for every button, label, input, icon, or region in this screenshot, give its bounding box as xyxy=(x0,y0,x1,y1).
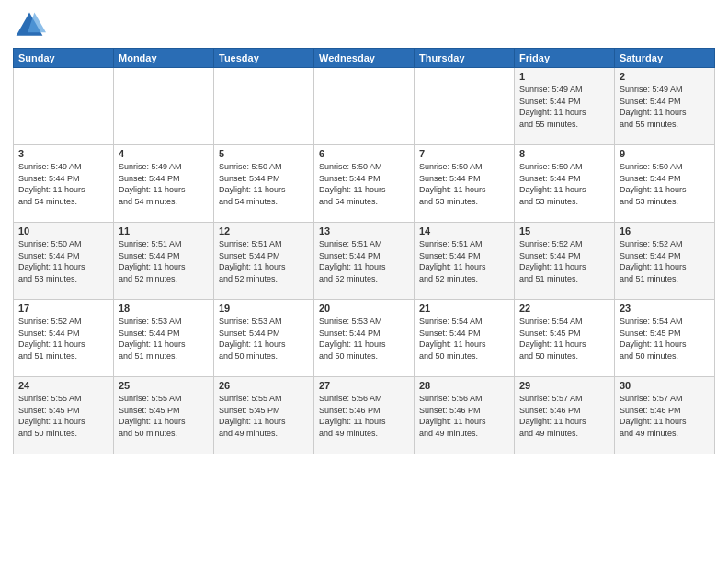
day-number: 5 xyxy=(219,148,309,159)
day-number: 23 xyxy=(620,303,710,314)
day-info: Sunrise: 5:52 AMSunset: 5:44 PMDaylight:… xyxy=(620,238,710,284)
calendar-cell: 11Sunrise: 5:51 AMSunset: 5:44 PMDayligh… xyxy=(114,223,214,300)
day-number: 7 xyxy=(419,148,509,159)
calendar-cell: 23Sunrise: 5:54 AMSunset: 5:45 PMDayligh… xyxy=(615,300,715,377)
calendar-cell: 26Sunrise: 5:55 AMSunset: 5:45 PMDayligh… xyxy=(214,377,314,454)
calendar-cell: 21Sunrise: 5:54 AMSunset: 5:44 PMDayligh… xyxy=(415,300,515,377)
weekday-friday: Friday xyxy=(515,49,615,68)
day-number: 18 xyxy=(119,303,209,314)
day-number: 24 xyxy=(18,380,108,391)
weekday-wednesday: Wednesday xyxy=(314,49,415,68)
day-info: Sunrise: 5:54 AMSunset: 5:45 PMDaylight:… xyxy=(620,316,710,362)
day-info: Sunrise: 5:53 AMSunset: 5:44 PMDaylight:… xyxy=(319,316,409,362)
day-info: Sunrise: 5:49 AMSunset: 5:44 PMDaylight:… xyxy=(18,161,108,207)
day-info: Sunrise: 5:53 AMSunset: 5:44 PMDaylight:… xyxy=(119,316,209,362)
weekday-monday: Monday xyxy=(114,49,214,68)
day-info: Sunrise: 5:50 AMSunset: 5:44 PMDaylight:… xyxy=(620,161,710,207)
calendar-cell: 25Sunrise: 5:55 AMSunset: 5:45 PMDayligh… xyxy=(114,377,214,454)
day-info: Sunrise: 5:52 AMSunset: 5:44 PMDaylight:… xyxy=(519,238,609,284)
calendar-cell: 8Sunrise: 5:50 AMSunset: 5:44 PMDaylight… xyxy=(515,145,615,223)
day-info: Sunrise: 5:49 AMSunset: 5:44 PMDaylight:… xyxy=(119,161,209,207)
day-number: 14 xyxy=(419,225,509,236)
calendar-cell: 2Sunrise: 5:49 AMSunset: 5:44 PMDaylight… xyxy=(615,68,715,145)
week-row-1: 1Sunrise: 5:49 AMSunset: 5:44 PMDaylight… xyxy=(14,68,715,145)
day-number: 16 xyxy=(620,225,710,236)
day-number: 6 xyxy=(319,148,409,159)
day-number: 26 xyxy=(219,380,309,391)
day-number: 22 xyxy=(519,303,609,314)
weekday-thursday: Thursday xyxy=(415,49,515,68)
day-info: Sunrise: 5:50 AMSunset: 5:44 PMDaylight:… xyxy=(219,161,309,207)
calendar-cell: 19Sunrise: 5:53 AMSunset: 5:44 PMDayligh… xyxy=(214,300,314,377)
day-number: 15 xyxy=(519,225,609,236)
day-info: Sunrise: 5:54 AMSunset: 5:45 PMDaylight:… xyxy=(519,316,609,362)
day-info: Sunrise: 5:50 AMSunset: 5:44 PMDaylight:… xyxy=(18,238,108,284)
calendar-cell xyxy=(14,68,114,145)
calendar-cell: 28Sunrise: 5:56 AMSunset: 5:46 PMDayligh… xyxy=(415,377,515,454)
day-number: 30 xyxy=(620,380,710,391)
day-info: Sunrise: 5:51 AMSunset: 5:44 PMDaylight:… xyxy=(119,238,209,284)
day-info: Sunrise: 5:55 AMSunset: 5:45 PMDaylight:… xyxy=(119,393,209,439)
day-number: 28 xyxy=(419,380,509,391)
day-info: Sunrise: 5:57 AMSunset: 5:46 PMDaylight:… xyxy=(620,393,710,439)
calendar-cell xyxy=(214,68,314,145)
week-row-4: 17Sunrise: 5:52 AMSunset: 5:44 PMDayligh… xyxy=(14,300,715,377)
day-info: Sunrise: 5:50 AMSunset: 5:44 PMDaylight:… xyxy=(419,161,509,207)
calendar-cell xyxy=(314,68,415,145)
calendar-cell: 5Sunrise: 5:50 AMSunset: 5:44 PMDaylight… xyxy=(214,145,314,223)
calendar-cell: 24Sunrise: 5:55 AMSunset: 5:45 PMDayligh… xyxy=(14,377,114,454)
calendar-cell: 14Sunrise: 5:51 AMSunset: 5:44 PMDayligh… xyxy=(415,223,515,300)
day-info: Sunrise: 5:56 AMSunset: 5:46 PMDaylight:… xyxy=(419,393,509,439)
day-number: 21 xyxy=(419,303,509,314)
calendar-table: SundayMondayTuesdayWednesdayThursdayFrid… xyxy=(13,48,715,454)
calendar-cell: 10Sunrise: 5:50 AMSunset: 5:44 PMDayligh… xyxy=(14,223,114,300)
logo-icon xyxy=(13,9,46,42)
day-info: Sunrise: 5:55 AMSunset: 5:45 PMDaylight:… xyxy=(219,393,309,439)
week-row-3: 10Sunrise: 5:50 AMSunset: 5:44 PMDayligh… xyxy=(14,223,715,300)
day-number: 10 xyxy=(18,225,108,236)
day-number: 12 xyxy=(219,225,309,236)
calendar-cell xyxy=(114,68,214,145)
page-header xyxy=(13,9,715,42)
day-number: 17 xyxy=(18,303,108,314)
day-info: Sunrise: 5:51 AMSunset: 5:44 PMDaylight:… xyxy=(319,238,409,284)
calendar-cell: 4Sunrise: 5:49 AMSunset: 5:44 PMDaylight… xyxy=(114,145,214,223)
calendar-cell: 15Sunrise: 5:52 AMSunset: 5:44 PMDayligh… xyxy=(515,223,615,300)
calendar-cell: 18Sunrise: 5:53 AMSunset: 5:44 PMDayligh… xyxy=(114,300,214,377)
day-info: Sunrise: 5:52 AMSunset: 5:44 PMDaylight:… xyxy=(18,316,108,362)
weekday-header-row: SundayMondayTuesdayWednesdayThursdayFrid… xyxy=(14,49,715,68)
week-row-5: 24Sunrise: 5:55 AMSunset: 5:45 PMDayligh… xyxy=(14,377,715,454)
day-info: Sunrise: 5:56 AMSunset: 5:46 PMDaylight:… xyxy=(319,393,409,439)
day-number: 20 xyxy=(319,303,409,314)
day-info: Sunrise: 5:57 AMSunset: 5:46 PMDaylight:… xyxy=(519,393,609,439)
day-number: 8 xyxy=(519,148,609,159)
day-number: 27 xyxy=(319,380,409,391)
weekday-tuesday: Tuesday xyxy=(214,49,314,68)
weekday-sunday: Sunday xyxy=(14,49,114,68)
day-info: Sunrise: 5:54 AMSunset: 5:44 PMDaylight:… xyxy=(419,316,509,362)
day-info: Sunrise: 5:50 AMSunset: 5:44 PMDaylight:… xyxy=(319,161,409,207)
calendar-cell xyxy=(415,68,515,145)
calendar-cell: 6Sunrise: 5:50 AMSunset: 5:44 PMDaylight… xyxy=(314,145,415,223)
calendar-cell: 29Sunrise: 5:57 AMSunset: 5:46 PMDayligh… xyxy=(515,377,615,454)
day-number: 4 xyxy=(119,148,209,159)
day-number: 3 xyxy=(18,148,108,159)
day-number: 2 xyxy=(620,71,710,82)
day-number: 19 xyxy=(219,303,309,314)
calendar-cell: 7Sunrise: 5:50 AMSunset: 5:44 PMDaylight… xyxy=(415,145,515,223)
day-info: Sunrise: 5:49 AMSunset: 5:44 PMDaylight:… xyxy=(620,84,710,130)
calendar-cell: 17Sunrise: 5:52 AMSunset: 5:44 PMDayligh… xyxy=(14,300,114,377)
calendar-cell: 1Sunrise: 5:49 AMSunset: 5:44 PMDaylight… xyxy=(515,68,615,145)
logo xyxy=(13,9,48,42)
calendar-cell: 22Sunrise: 5:54 AMSunset: 5:45 PMDayligh… xyxy=(515,300,615,377)
day-number: 9 xyxy=(620,148,710,159)
calendar-cell: 20Sunrise: 5:53 AMSunset: 5:44 PMDayligh… xyxy=(314,300,415,377)
day-info: Sunrise: 5:53 AMSunset: 5:44 PMDaylight:… xyxy=(219,316,309,362)
day-number: 1 xyxy=(519,71,609,82)
day-info: Sunrise: 5:51 AMSunset: 5:44 PMDaylight:… xyxy=(419,238,509,284)
calendar-cell: 9Sunrise: 5:50 AMSunset: 5:44 PMDaylight… xyxy=(615,145,715,223)
day-info: Sunrise: 5:51 AMSunset: 5:44 PMDaylight:… xyxy=(219,238,309,284)
day-number: 25 xyxy=(119,380,209,391)
calendar-cell: 12Sunrise: 5:51 AMSunset: 5:44 PMDayligh… xyxy=(214,223,314,300)
calendar-cell: 16Sunrise: 5:52 AMSunset: 5:44 PMDayligh… xyxy=(615,223,715,300)
